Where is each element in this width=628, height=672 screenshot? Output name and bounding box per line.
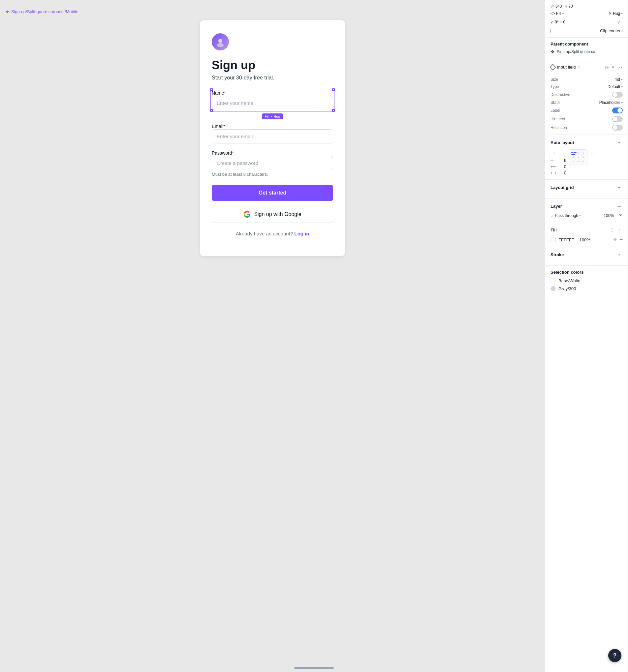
get-started-button[interactable]: Get started — [212, 185, 333, 201]
breadcrumb-text: Sign up/Split quote carousel/Mobile — [11, 9, 78, 14]
input-field-properties: Size md ▾ Type Default ▾ Destructive Sta… — [545, 73, 628, 135]
clip-content-label: Clip content — [600, 28, 623, 33]
state-value: Placeholder — [599, 100, 620, 105]
visibility-icon[interactable]: 👁 — [619, 213, 623, 218]
more-options-icon[interactable]: ··· — [618, 65, 623, 70]
fill-dots-icon[interactable]: ⁚⁚ — [611, 227, 613, 233]
avatar — [212, 33, 229, 50]
fill-eye-icon[interactable]: 👁 — [613, 237, 617, 242]
canvas-area: ❖ Sign up/Split quote carousel/Mobile Si… — [0, 0, 545, 672]
clip-content-checkbox[interactable] — [551, 29, 555, 33]
fill-add-icon[interactable]: + — [615, 226, 623, 234]
selection-colors-title: Selection colors — [551, 270, 623, 275]
label-prop-label: Label — [551, 108, 574, 113]
right-panel: W 343 H 70 <> Fill ▾ ✕ Hug ▾ ↙ 0° — [545, 0, 628, 672]
page-title: Sign up — [212, 58, 333, 72]
type-value: Default — [608, 85, 620, 89]
name-label: Name* — [212, 90, 226, 96]
rotation-icon: ↙ — [551, 20, 554, 24]
google-button-label: Sign up with Google — [254, 211, 301, 217]
stroke-add-icon[interactable]: + — [615, 251, 623, 258]
auto-layout-add-icon[interactable]: + — [615, 139, 623, 146]
type-dropdown[interactable]: Default ▾ — [608, 85, 623, 89]
fill-title: Fill — [551, 227, 557, 233]
mobile-frame: Sign up Start your 30-day free trial. Na… — [200, 20, 345, 256]
layout-down-arrow[interactable]: ↓ — [551, 149, 558, 157]
expand-icon[interactable]: ⤢ — [615, 19, 623, 26]
component-icon: ❖ — [551, 49, 555, 54]
blend-mode-value: Pass through — [555, 213, 578, 218]
size-dropdown[interactable]: md ▾ — [614, 77, 623, 82]
width-field: W 343 — [551, 4, 562, 8]
gray-300-label: Gray/300 — [558, 286, 576, 291]
layer-target-icon[interactable]: ⇒ — [615, 202, 623, 210]
state-dropdown[interactable]: Placeholder ▾ — [599, 100, 623, 105]
selection-color-base-white: Base/White — [551, 278, 623, 283]
fill-section: Fill ⁚⁚ + FFFFFF 100% 👁 − — [545, 222, 628, 247]
layout-grid-section: Layout grid + — [545, 180, 628, 198]
email-field-group: Email* — [212, 123, 333, 143]
gray-300-swatch[interactable] — [551, 286, 556, 291]
padding-h-value: 0 — [564, 164, 566, 169]
login-prompt-text: Already have an account? — [236, 231, 293, 236]
name-field-group: Name* Fill × Hug — [212, 90, 333, 110]
layer-title: Layer — [551, 204, 562, 209]
fill-color-swatch[interactable] — [551, 237, 556, 242]
resize-handle-bl[interactable] — [210, 109, 213, 112]
google-signup-button[interactable]: Sign up with Google — [212, 206, 333, 223]
email-label: Email* — [212, 124, 225, 129]
target-icon[interactable]: ◎ — [605, 65, 608, 70]
resize-handle-tr[interactable] — [332, 88, 335, 91]
layout-alignment-grid[interactable] — [569, 149, 587, 165]
padding-v-value: 0 — [564, 170, 566, 175]
size-value: md — [614, 77, 620, 82]
selection-colors-section: Selection colors Base/White Gray/300 — [545, 266, 628, 298]
layout-right-arrow[interactable]: → — [559, 149, 566, 157]
auto-layout-more-icon[interactable]: ··· — [590, 149, 597, 157]
breadcrumb: ❖ Sign up/Split quote carousel/Mobile — [0, 7, 545, 17]
canvas-scrollbar[interactable] — [294, 667, 334, 669]
help-button[interactable]: ? — [608, 649, 621, 662]
login-link[interactable]: Log in — [294, 231, 309, 236]
resize-handle-tl[interactable] — [210, 88, 213, 91]
auto-layout-section: Auto layout + ↓ → ⇔ 6 ⟺ 0 ⟻ 0 — [545, 135, 628, 180]
type-label: Type — [551, 85, 574, 89]
label-toggle[interactable] — [612, 107, 623, 114]
padding-v-icon: ⟻ — [551, 171, 556, 175]
input-field-diamond-icon — [550, 64, 556, 71]
layout-grid-add-icon[interactable]: + — [615, 184, 623, 191]
corner-field: ◜ 0 — [560, 20, 565, 24]
parent-component-chip[interactable]: ❖ Sign up/Split quote ca... — [551, 49, 623, 54]
layout-direction-controls: ↓ → ⇔ 6 ⟺ 0 ⟻ 0 — [551, 149, 566, 175]
input-field-label: Input field — [557, 65, 576, 70]
email-input[interactable] — [212, 129, 333, 143]
help-icon-toggle[interactable] — [612, 125, 623, 130]
stroke-title: Stroke — [551, 252, 564, 257]
alignment-dots — [569, 150, 587, 165]
fill-dropdown[interactable]: <> Fill ▾ — [551, 11, 564, 16]
fill-remove-icon[interactable]: − — [620, 237, 623, 243]
name-input[interactable] — [212, 96, 333, 110]
blend-mode-dropdown[interactable]: Pass through ▾ — [555, 213, 581, 218]
stroke-section: Stroke + — [545, 247, 628, 266]
hint-text-toggle[interactable] — [612, 116, 623, 122]
auto-layout-controls: ↓ → ⇔ 6 ⟺ 0 ⟻ 0 — [551, 149, 623, 175]
password-input[interactable] — [212, 156, 333, 170]
resize-handle-br[interactable] — [332, 109, 335, 112]
plus-cross-icon[interactable]: ✦ — [611, 65, 615, 70]
blend-mode-circle: ○ — [551, 213, 553, 218]
layer-section: Layer ⇒ ○ Pass through ▾ 100% 👁 — [545, 198, 628, 222]
size-label: Size — [551, 77, 574, 82]
destructive-label: Destructive — [551, 92, 574, 97]
google-icon — [243, 211, 251, 218]
gap-icon: ⇔ — [551, 158, 554, 163]
hug-dropdown[interactable]: ✕ Hug ▾ — [608, 11, 623, 16]
state-label: State — [551, 100, 574, 105]
selection-color-gray-300: Gray/300 — [551, 286, 623, 291]
destructive-toggle[interactable] — [612, 92, 623, 98]
height-field: H 70 — [564, 4, 573, 8]
code-icon: <> — [551, 11, 555, 16]
base-white-swatch[interactable] — [551, 278, 556, 283]
login-prompt: Already have an account? Log in — [212, 231, 333, 236]
hint-text-label: Hint text — [551, 117, 574, 121]
